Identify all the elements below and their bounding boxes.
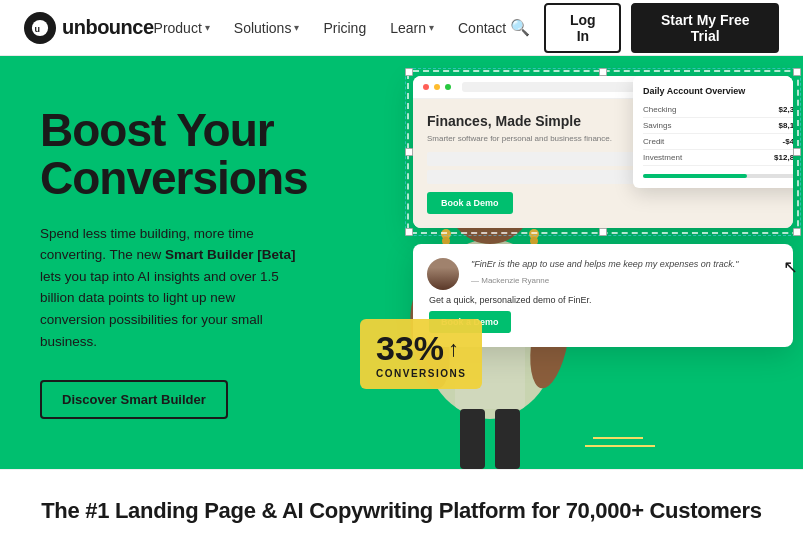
up-arrow-icon: ↑ bbox=[448, 336, 459, 362]
hero-section: Boost Your Conversions Spend less time b… bbox=[0, 56, 803, 469]
search-icon: 🔍 bbox=[510, 19, 530, 36]
footer-strip: The #1 Landing Page & AI Copywriting Pla… bbox=[0, 469, 803, 552]
cursor-icon: ↖ bbox=[783, 256, 798, 278]
navbar: u unbounce Product ▾ Solutions ▾ Pricing… bbox=[0, 0, 803, 56]
chevron-down-icon: ▾ bbox=[294, 22, 299, 33]
testimonial-cta-text: Get a quick, personalized demo of FinEr. bbox=[429, 295, 777, 305]
svg-text:u: u bbox=[35, 23, 41, 33]
testimonial-quote: "FinEr is the app to use and helps me ke… bbox=[471, 258, 777, 272]
hero-content: Boost Your Conversions Spend less time b… bbox=[0, 56, 340, 469]
table-row: Savings $8,120 bbox=[643, 118, 793, 134]
stats-label: CONVERSIONS bbox=[376, 368, 466, 379]
resize-handle-mr[interactable] bbox=[793, 148, 801, 156]
chevron-down-icon: ▾ bbox=[205, 22, 210, 33]
logo[interactable]: u unbounce bbox=[24, 12, 154, 44]
footer-strip-text: The #1 Landing Page & AI Copywriting Pla… bbox=[40, 498, 763, 524]
browser-min-dot bbox=[434, 84, 440, 90]
card-cta-button[interactable]: Book a Demo bbox=[427, 192, 513, 214]
landing-page-card: Daily Account Overview Checking $2,340 S… bbox=[413, 76, 793, 228]
testimonial-content: "FinEr is the app to use and helps me ke… bbox=[429, 258, 777, 285]
nav-links: Product ▾ Solutions ▾ Pricing Learn ▾ Co… bbox=[154, 20, 507, 36]
ui-cards: Daily Account Overview Checking $2,340 S… bbox=[413, 76, 793, 347]
discover-button[interactable]: Discover Smart Builder bbox=[40, 380, 228, 419]
nav-learn[interactable]: Learn ▾ bbox=[390, 20, 434, 36]
hero-illustration: 33% ↑ CONVERSIONS bbox=[340, 56, 803, 469]
free-trial-button[interactable]: Start My Free Trial bbox=[631, 3, 779, 53]
browser-max-dot bbox=[445, 84, 451, 90]
resize-handle-tr[interactable] bbox=[793, 68, 801, 76]
resize-handle-br[interactable] bbox=[793, 228, 801, 236]
progress-bar-fill bbox=[643, 174, 747, 178]
progress-bar bbox=[643, 174, 793, 178]
search-button[interactable]: 🔍 bbox=[506, 14, 534, 41]
testimonial-author: — Mackenzie Ryanne bbox=[471, 276, 777, 285]
nav-product[interactable]: Product ▾ bbox=[154, 20, 210, 36]
table-card: Daily Account Overview Checking $2,340 S… bbox=[633, 76, 793, 188]
svg-rect-6 bbox=[460, 409, 485, 469]
card-selection: Daily Account Overview Checking $2,340 S… bbox=[413, 76, 793, 228]
table-row: Checking $2,340 bbox=[643, 102, 793, 118]
avatar bbox=[427, 258, 459, 290]
form-field bbox=[427, 170, 638, 184]
table-row: Credit -$430 bbox=[643, 134, 793, 150]
nav-actions: 🔍 Log In Start My Free Trial bbox=[506, 3, 779, 53]
table-title: Daily Account Overview bbox=[643, 86, 793, 96]
svg-rect-7 bbox=[495, 409, 520, 469]
nav-contact[interactable]: Contact bbox=[458, 20, 506, 36]
browser-close-dot bbox=[423, 84, 429, 90]
login-button[interactable]: Log In bbox=[544, 3, 621, 53]
nav-solutions[interactable]: Solutions ▾ bbox=[234, 20, 300, 36]
table-row: Investment $12,800 bbox=[643, 150, 793, 166]
resize-handle-tl[interactable] bbox=[405, 68, 413, 76]
stats-percent: 33% ↑ bbox=[376, 329, 466, 368]
hero-description: Spend less time building, more time conv… bbox=[40, 223, 300, 353]
stats-badge: 33% ↑ CONVERSIONS bbox=[360, 319, 482, 389]
hero-title: Boost Your Conversions bbox=[40, 106, 310, 203]
logo-text: unbounce bbox=[62, 16, 154, 39]
logo-icon: u bbox=[24, 12, 56, 44]
resize-handle-bm[interactable] bbox=[599, 228, 607, 236]
nav-pricing[interactable]: Pricing bbox=[323, 20, 366, 36]
resize-handle-tm[interactable] bbox=[599, 68, 607, 76]
chevron-down-icon: ▾ bbox=[429, 22, 434, 33]
